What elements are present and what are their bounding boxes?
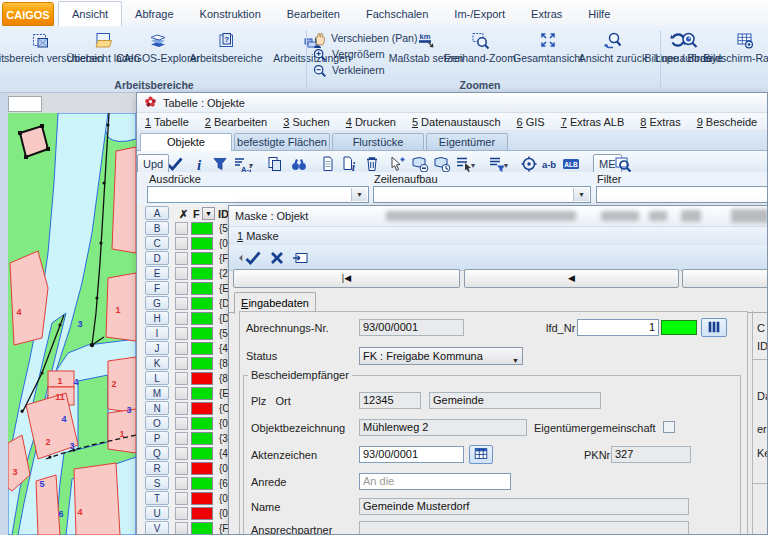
detach-button[interactable] xyxy=(291,248,311,268)
menu-item-7-extras-alb[interactable]: 7 Extras ALB xyxy=(561,116,625,128)
status-cell-green[interactable] xyxy=(191,237,213,250)
ribbon-button-verkleinern[interactable]: Verkleinern xyxy=(312,62,402,78)
ribbon-tab-bearbeiten[interactable]: Bearbeiten xyxy=(274,2,353,27)
tab-befestigte-flächen[interactable]: befestigte Flächen xyxy=(234,133,330,150)
table-row[interactable]: {5 xyxy=(175,222,230,235)
ribbon-button-caigos-explorer[interactable]: CAIGOS-Explorer xyxy=(130,28,186,81)
row-select-cell[interactable] xyxy=(175,417,188,430)
table-row[interactable]: {F xyxy=(175,522,230,535)
chevron-down-icon[interactable]: ▾ xyxy=(249,161,253,170)
grid-header-f[interactable]: F xyxy=(193,208,200,220)
map-history-button[interactable] xyxy=(432,154,452,174)
row-letter-f[interactable]: F xyxy=(145,281,169,295)
grid-header-x[interactable]: ✗ xyxy=(179,208,188,221)
id-cell[interactable]: {0 xyxy=(216,463,228,474)
row-letter-k[interactable]: K xyxy=(145,356,169,370)
table-row[interactable]: {F xyxy=(175,252,230,265)
table-row[interactable]: {0 xyxy=(175,237,230,250)
chevron-down-icon[interactable]: ▼ xyxy=(573,188,589,201)
row-select-cell[interactable] xyxy=(175,477,188,490)
table-row[interactable]: {8 xyxy=(175,357,230,370)
maske-titlebar[interactable]: Maske : Objekt xyxy=(229,206,767,227)
search-button[interactable] xyxy=(289,154,309,174)
row-letter-d[interactable]: D xyxy=(145,251,169,265)
map-remove-button[interactable] xyxy=(410,154,430,174)
status-cell-green[interactable] xyxy=(191,522,213,535)
search-window-button[interactable] xyxy=(613,154,633,174)
tab-eigentümer[interactable]: Eigentümer xyxy=(426,133,508,150)
ribbon-button-bildschirm-raster[interactable]: Bildschirm-Raster xyxy=(714,28,768,81)
menu-item-6-gis[interactable]: 6 GIS xyxy=(517,116,545,128)
status-cell-green[interactable] xyxy=(191,387,213,400)
id-cell[interactable]: {3 xyxy=(216,433,228,444)
ribbon-tab-hilfe[interactable]: Hilfe xyxy=(575,2,623,27)
ribbon-button-freihand-zoom[interactable]: Freihand-Zoom xyxy=(452,28,508,81)
status-select[interactable]: FK : Freigabe Kommuna▼ xyxy=(359,347,523,365)
id-cell[interactable]: {0 xyxy=(216,238,228,249)
first-record-button[interactable]: |◀ xyxy=(233,269,460,288)
id-cell[interactable]: {6 xyxy=(216,478,228,489)
status-cell-red[interactable] xyxy=(191,492,213,505)
chevron-down-icon[interactable]: ▾ xyxy=(471,161,475,170)
menu-item-3-suchen[interactable]: 3 Suchen xyxy=(283,116,330,128)
info-button[interactable]: i xyxy=(189,154,209,174)
columns-button[interactable] xyxy=(701,318,727,337)
row-letter-b[interactable]: B xyxy=(145,221,169,235)
status-cell-green[interactable] xyxy=(191,432,213,445)
row-select-cell[interactable] xyxy=(175,432,188,445)
grid-header-dropdown[interactable]: ▼ xyxy=(202,207,215,220)
status-cell-red[interactable] xyxy=(191,402,213,415)
a-b-button[interactable]: a-b xyxy=(539,154,559,174)
ribbon-tab-fachschalen[interactable]: Fachschalen xyxy=(353,2,441,27)
row-select-cell[interactable] xyxy=(175,222,188,235)
status-cell-green[interactable] xyxy=(191,282,213,295)
ribbon-button-verschieben-pan[interactable]: Verschieben (Pan) xyxy=(312,30,402,46)
table-row[interactable]: {0 xyxy=(175,507,230,520)
copy-rows-button[interactable] xyxy=(265,154,285,174)
objektbezeichnung-field[interactable]: Mühlenweg 2 xyxy=(359,419,527,436)
status-cell-red[interactable] xyxy=(191,462,213,475)
row-letter-j[interactable]: J xyxy=(145,341,169,355)
table-row[interactable]: {4 xyxy=(175,342,230,355)
ribbon-tab-im-export[interactable]: Im-/Export xyxy=(441,2,518,27)
row-letter-p[interactable]: P xyxy=(145,431,169,445)
status-cell-green[interactable] xyxy=(191,252,213,265)
id-cell[interactable]: {8 xyxy=(216,358,228,369)
anrede-field[interactable]: An die xyxy=(359,473,511,490)
id-cell[interactable]: {0 xyxy=(216,493,228,504)
row-letter-u[interactable]: U xyxy=(145,506,169,520)
table-row[interactable]: {D xyxy=(175,297,230,310)
row-select-cell[interactable] xyxy=(175,372,188,385)
pknr-field[interactable]: 327 xyxy=(611,446,691,463)
aktenzeichen-lookup-button[interactable] xyxy=(469,445,493,464)
ok-button[interactable] xyxy=(243,248,263,268)
filter-button[interactable] xyxy=(210,154,230,174)
ribbon-tab-konstruktion[interactable]: Konstruktion xyxy=(187,2,274,27)
row-letter-q[interactable]: Q xyxy=(145,446,169,460)
menu-item-5-datenaustausch[interactable]: 5 Datenaustausch xyxy=(412,116,501,128)
row-letter-c[interactable]: C xyxy=(145,236,169,250)
tab-flurstücke[interactable]: Flurstücke xyxy=(332,133,424,150)
status-cell-red[interactable] xyxy=(191,507,213,520)
id-cell[interactable]: {F xyxy=(216,523,228,534)
table-row[interactable]: {3 xyxy=(175,432,230,445)
ausdruecke-combobox[interactable]: ▼ xyxy=(147,186,369,203)
lfd-nr-field[interactable]: 1 xyxy=(577,319,659,336)
table-row[interactable]: {E xyxy=(175,282,230,295)
table-row[interactable]: {C xyxy=(175,402,230,415)
status-cell-green[interactable] xyxy=(191,297,213,310)
table-row[interactable]: {4 xyxy=(175,447,230,460)
id-cell[interactable]: {2 xyxy=(216,268,228,279)
table-row[interactable]: {5 xyxy=(175,327,230,340)
alb-button[interactable]: ALB xyxy=(561,154,581,174)
row-select-cell[interactable] xyxy=(175,342,188,355)
row-select-cell[interactable] xyxy=(175,522,188,535)
map-view[interactable]: 41324111431233546 xyxy=(8,113,136,535)
row-letter-m[interactable]: M xyxy=(145,386,169,400)
row-select-cell[interactable] xyxy=(175,357,188,370)
chevron-down-icon[interactable]: ▼ xyxy=(351,188,367,201)
row-select-cell[interactable] xyxy=(175,267,188,280)
status-cell-green[interactable] xyxy=(191,447,213,460)
ribbon-button-ansicht-zurück[interactable]: Ansicht zurück xyxy=(588,28,638,81)
menu-item-1-tabelle[interactable]: 1 Tabelle xyxy=(145,116,189,128)
